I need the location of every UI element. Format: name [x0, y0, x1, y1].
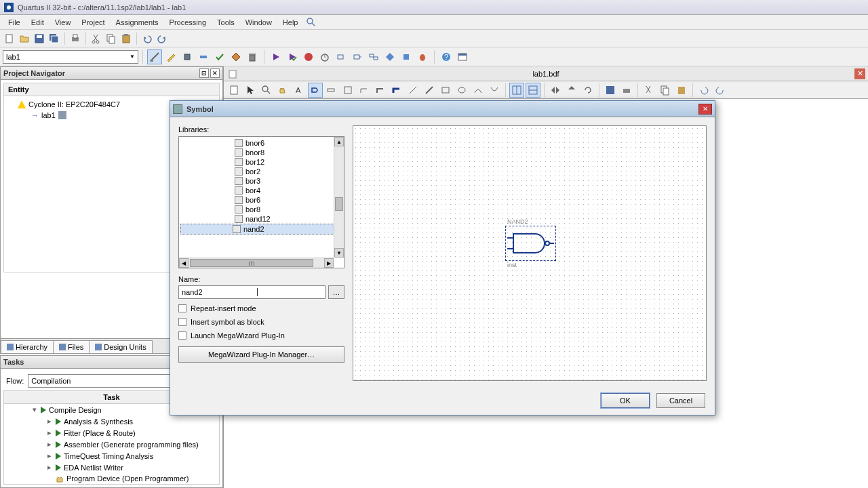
ed-zoom-button[interactable] [259, 83, 274, 98]
ed-redo-button[interactable] [713, 83, 728, 98]
save-all-button[interactable] [47, 32, 61, 45]
pencil-button[interactable] [163, 49, 178, 64]
print-button[interactable] [68, 32, 82, 45]
ed-save-button[interactable] [603, 83, 618, 98]
play-check-button[interactable] [285, 49, 300, 64]
lib-item[interactable]: bor8 [180, 205, 342, 214]
task-eda[interactable]: ▸EDA Netlist Writer [4, 462, 219, 473]
undo-button[interactable] [140, 32, 154, 45]
play-button[interactable] [269, 49, 283, 64]
paste-button[interactable] [119, 32, 133, 45]
list-hscrollbar[interactable]: ◀ m ▶ [179, 258, 334, 268]
window-button[interactable] [455, 49, 470, 64]
gate3-button[interactable] [366, 49, 381, 64]
ed-snap1-button[interactable] [509, 83, 524, 98]
lib-item[interactable]: bor12 [180, 157, 342, 167]
browse-button[interactable]: … [328, 285, 344, 299]
ed-cut-button[interactable] [642, 83, 656, 98]
lib-item[interactable]: bor3 [180, 176, 342, 186]
scroll-thumb[interactable] [335, 197, 343, 211]
dialog-titlebar[interactable]: Symbol ✕ [170, 101, 715, 117]
gate2-button[interactable] [350, 49, 365, 64]
scroll-left-button[interactable]: ◀ [179, 258, 189, 268]
ed-wire3-button[interactable] [389, 83, 404, 98]
task-assembler[interactable]: ▸Assembler (Generate programming files) [4, 439, 219, 450]
name-input[interactable]: nand2 [178, 285, 326, 299]
chip2-button[interactable] [382, 49, 397, 64]
ed-arc-button[interactable] [471, 83, 486, 98]
tab-design-units[interactable]: Design Units [89, 340, 152, 353]
menu-assignments[interactable]: Assignments [111, 17, 164, 28]
redo-button[interactable] [155, 32, 169, 45]
chip3-button[interactable] [399, 49, 414, 64]
ed-paste-button[interactable] [674, 83, 689, 98]
open-file-button[interactable] [18, 32, 31, 45]
scroll-thumb[interactable]: m [190, 259, 313, 267]
tab-files[interactable]: Files [53, 340, 90, 353]
ed-line-button[interactable] [406, 83, 420, 98]
ed-arc2-button[interactable] [487, 83, 502, 98]
ed-line2-button[interactable] [422, 83, 437, 98]
pin-button[interactable] [196, 49, 211, 64]
task-analysis[interactable]: ▸Analysis & Synthesis [4, 415, 219, 427]
task-fitter[interactable]: ▸Fitter (Place & Route) [4, 427, 219, 439]
ed-snap2-button[interactable] [526, 83, 540, 98]
check-button[interactable] [212, 49, 227, 64]
lib-item[interactable]: bor6 [180, 195, 342, 205]
new-file-button[interactable] [3, 32, 16, 45]
ed-symbol-button[interactable] [308, 83, 323, 98]
menu-processing[interactable]: Processing [164, 17, 212, 28]
insert-block-checkbox[interactable]: Insert symbol as block [178, 318, 344, 326]
panel-close-button[interactable]: ✕ [210, 68, 220, 78]
tab-close-button[interactable]: ✕ [854, 68, 865, 79]
copy-button[interactable] [104, 32, 118, 45]
ed-text-button[interactable]: A [292, 83, 307, 98]
cut-button[interactable] [90, 32, 103, 45]
ed-flip-v-button[interactable] [564, 83, 579, 98]
lib-item[interactable]: bnor8 [180, 148, 342, 157]
tab-hierarchy[interactable]: Hierarchy [1, 340, 54, 353]
ed-pin-button[interactable] [324, 83, 339, 98]
menu-project[interactable]: Project [76, 17, 110, 28]
lib-item[interactable]: bor4 [180, 186, 342, 195]
help-button[interactable]: ? [439, 49, 454, 64]
ed-print-button[interactable] [619, 83, 634, 98]
ed-undo-button[interactable] [696, 83, 711, 98]
ed-rect-button[interactable] [438, 83, 453, 98]
lib-item[interactable]: bnor6 [180, 138, 342, 148]
scroll-down-button[interactable]: ▼ [334, 248, 344, 258]
task-program[interactable]: Program Device (Open Programmer) [4, 473, 219, 484]
cancel-button[interactable]: Cancel [656, 393, 705, 408]
launch-mega-checkbox[interactable]: Launch MegaWizard Plug-In [178, 331, 344, 340]
menu-file[interactable]: File [3, 17, 26, 28]
trash-button[interactable] [245, 49, 260, 64]
megawizard-button[interactable]: MegaWizard Plug-In Manager… [178, 346, 344, 363]
repeat-insert-checkbox[interactable]: Repeat-insert mode [178, 304, 344, 312]
menu-view[interactable]: View [50, 17, 77, 28]
gate1-button[interactable] [334, 49, 349, 64]
ed-pointer-button[interactable] [243, 83, 258, 98]
ed-wire2-button[interactable] [373, 83, 388, 98]
diamond-button[interactable] [229, 49, 243, 64]
ed-rotate-button[interactable] [580, 83, 595, 98]
lib-item[interactable]: bor2 [180, 167, 342, 176]
ed-block-button[interactable] [340, 83, 355, 98]
lib-item-selected[interactable]: nand2 [180, 224, 342, 235]
ed-circle-button[interactable] [454, 83, 469, 98]
save-button[interactable] [33, 32, 46, 45]
menu-tools[interactable]: Tools [212, 17, 240, 28]
bug-button[interactable] [415, 49, 430, 64]
ed-copy-button[interactable] [658, 83, 673, 98]
stop-button[interactable] [301, 49, 316, 64]
list-vscrollbar[interactable]: ▲ ▼ [334, 137, 344, 258]
chip-button[interactable] [180, 49, 195, 64]
ok-button[interactable]: OK [601, 393, 650, 408]
menu-window[interactable]: Window [240, 17, 277, 28]
scroll-up-button[interactable]: ▲ [334, 137, 344, 146]
scroll-right-button[interactable]: ▶ [324, 258, 334, 268]
settings-button[interactable] [147, 49, 162, 64]
search-help-icon[interactable] [306, 17, 317, 28]
ed-flip-h-button[interactable] [548, 83, 563, 98]
project-combo[interactable]: lab1 ▼ [3, 50, 138, 64]
timer-button[interactable] [317, 49, 332, 64]
